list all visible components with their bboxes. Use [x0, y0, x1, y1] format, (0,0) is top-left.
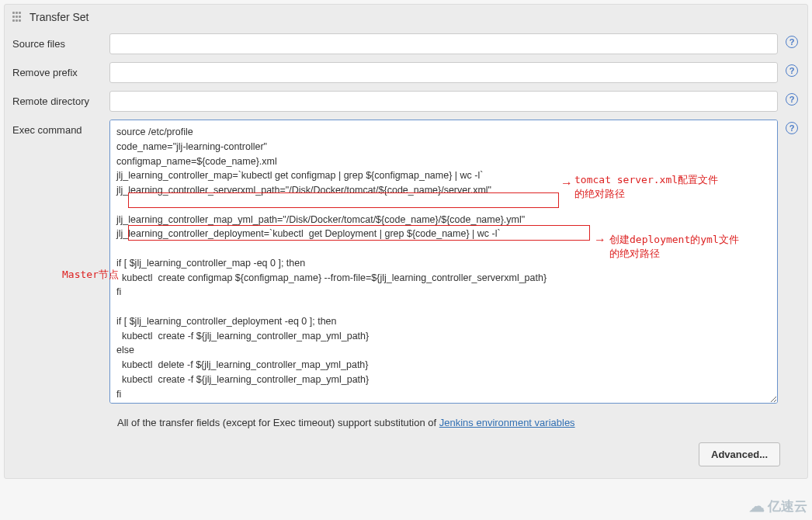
advanced-button[interactable]: Advanced... [699, 442, 780, 466]
help-icon[interactable]: ? [786, 122, 798, 134]
input-remove-prefix[interactable] [109, 62, 778, 83]
panel-title-row: Transfer Set [5, 5, 807, 29]
help-icon[interactable]: ? [786, 93, 798, 106]
cloud-icon: ☁ [749, 497, 765, 515]
footer-text: All of the transfer fields (except for E… [117, 417, 439, 428]
jenkins-env-vars-link[interactable]: Jenkins environment variables [439, 417, 575, 428]
row-remote-directory: Remote directory ? [5, 87, 807, 116]
row-remove-prefix: Remove prefix ? [5, 58, 807, 87]
footer-note: All of the transfer fields (except for E… [5, 407, 807, 435]
panel-title: Transfer Set [29, 11, 89, 23]
row-exec-command: Exec command ? [5, 116, 807, 407]
row-source-files: Source files ? [5, 29, 807, 58]
label-source-files: Source files [12, 33, 109, 50]
watermark-text: 亿速云 [768, 497, 807, 515]
transfer-set-panel: Transfer Set Source files ? Remove prefi… [4, 4, 808, 479]
input-source-files[interactable] [109, 33, 778, 54]
watermark: ☁ 亿速云 [749, 497, 807, 515]
label-remote-directory: Remote directory [12, 91, 109, 107]
drag-handle-icon[interactable] [12, 12, 23, 23]
help-icon[interactable]: ? [786, 64, 798, 77]
textarea-exec-command[interactable] [109, 120, 778, 404]
help-icon[interactable]: ? [786, 36, 798, 48]
input-remote-directory[interactable] [109, 91, 778, 112]
label-exec-command: Exec command [12, 120, 109, 136]
label-remove-prefix: Remove prefix [12, 62, 109, 78]
